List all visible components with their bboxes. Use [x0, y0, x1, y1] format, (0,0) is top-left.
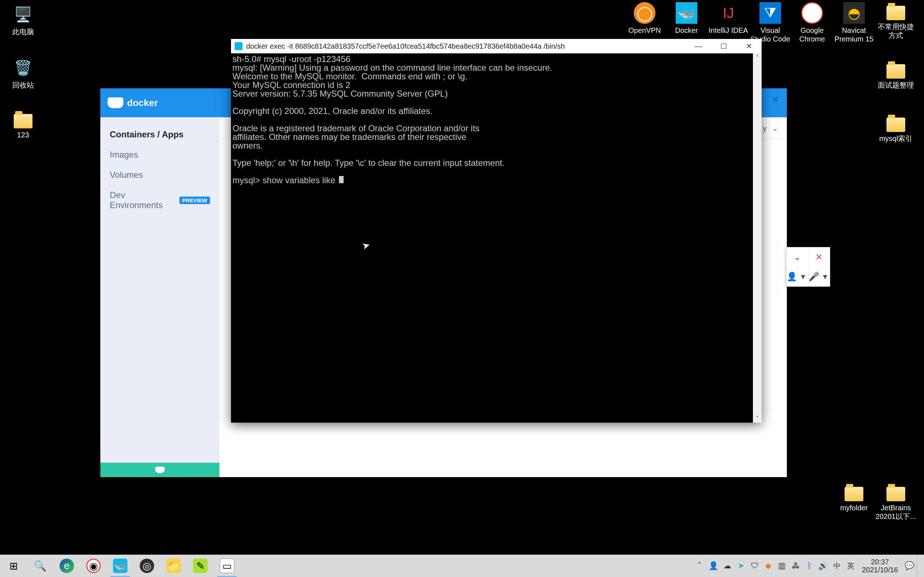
taskbar-obs[interactable]: ◎ — [134, 554, 160, 577]
scroll-up-icon[interactable]: ˄ — [753, 53, 762, 62]
terminal-cursor — [339, 176, 344, 183]
desktop-icon-navicat[interactable]: ◓ Navicat Premium 15 — [833, 2, 875, 43]
obs-icon: ◎ — [140, 559, 154, 573]
docker-sidebar: Containers / Apps Images Volumes Dev Env… — [100, 117, 220, 463]
tray-overflow-icon[interactable]: ˄ — [694, 560, 706, 572]
tray-app-icon[interactable]: ◆ — [762, 560, 775, 572]
taskbar-notepadpp[interactable]: ✎ — [187, 554, 214, 577]
sidebar-item-containers[interactable]: Containers / Apps — [100, 124, 220, 145]
navicat-icon: ◓ — [843, 2, 865, 24]
sidebar-item-images[interactable]: Images — [100, 145, 220, 165]
desktop-icon-recycle-bin[interactable]: 🗑️ 回收站 — [5, 57, 41, 89]
desktop-icon-myfolder[interactable]: myfolder — [833, 483, 875, 512]
desktop-icon-chrome[interactable]: ◉ Google Chrome — [791, 2, 833, 43]
desktop-icon-vscode[interactable]: ⧩ Visual Studio Code — [749, 2, 791, 43]
bin-icon: 🗑️ — [12, 57, 34, 79]
terminal-titlebar[interactable]: docker exec -it 8689c8142a818357ccf5e7ee… — [231, 39, 762, 53]
taskbar-left: ⊞ 🔍 e ◉ 🐳 ◎ 📁 ✎ ▭ — [0, 554, 241, 577]
docker-logo: docker — [108, 97, 158, 108]
chevron-down-icon[interactable]: ⌄ — [772, 124, 778, 133]
ime-dropdown-icon[interactable]: ▾ — [798, 267, 809, 286]
terminal-scrollbar[interactable]: ˄ ˅ — [753, 53, 762, 423]
openvpn-icon: ◯ — [634, 2, 656, 24]
icon-label: myfolder — [833, 503, 875, 512]
sidebar-item-volumes[interactable]: Volumes — [100, 165, 220, 185]
chrome-icon: ◉ — [801, 2, 823, 24]
desktop-icon-jetbrains-folder[interactable]: JetBrains 20201以下... — [875, 483, 917, 521]
tray-bluetooth-icon[interactable]: ᛒ — [803, 560, 816, 572]
sidebar-item-label: Dev Environments — [110, 190, 176, 210]
tray-location-icon[interactable]: ➤ — [735, 560, 747, 572]
intellij-icon: IJ — [717, 2, 739, 24]
ime-floating-panel[interactable]: ⌄ ✕ 👤 ▾ 🎤 ▾ — [786, 247, 830, 287]
desktop-icon-interview-folder[interactable]: 面试题整理 — [875, 61, 917, 89]
desktop-icon-mysql-index-folder[interactable]: mysql索引 — [875, 114, 917, 143]
taskbar-chrome[interactable]: ◉ — [80, 554, 107, 577]
taskbar-edge[interactable]: e — [53, 554, 80, 577]
sidebar-item-dev-env[interactable]: Dev Environments PREVIEW — [100, 185, 220, 215]
sort-indicator[interactable]: y — [762, 124, 767, 133]
docker-icon: 🐳 — [113, 559, 128, 573]
sidebar-item-label: Volumes — [110, 170, 143, 180]
docker-close-button[interactable]: ✕ — [770, 95, 780, 105]
icon-label: 面试题整理 — [875, 81, 917, 89]
minimize-button[interactable]: — — [686, 39, 711, 53]
search-icon: 🔍 — [33, 559, 47, 573]
action-center-icon[interactable]: 💬 — [903, 560, 915, 572]
show-desktop-button[interactable] — [917, 554, 921, 577]
taskbar-explorer[interactable]: 📁 — [160, 554, 187, 577]
start-button[interactable]: ⊞ — [0, 554, 27, 577]
ime-mic-icon[interactable]: 🎤 — [809, 267, 820, 286]
tray-battery-icon[interactable]: ▥ — [776, 560, 788, 572]
terminal-output[interactable]: sh-5.0# mysql -uroot -p123456 mysql: [Wa… — [231, 53, 753, 423]
icon-label: OpenVPN — [624, 26, 666, 35]
terminal-app-icon — [234, 42, 242, 50]
tray-volume-icon[interactable]: 🔊 — [817, 560, 829, 572]
close-button[interactable]: ✕ — [736, 39, 762, 53]
tray-network-icon[interactable]: 🖧 — [790, 560, 802, 572]
tray-people-icon[interactable]: 👤 — [708, 560, 720, 572]
folder-icon — [887, 64, 905, 79]
folder-icon — [845, 487, 863, 501]
ime-collapse-icon[interactable]: ⌄ — [787, 247, 809, 267]
taskbar-docker[interactable]: 🐳 — [107, 554, 134, 577]
taskbar-clock[interactable]: 20:37 2021/10/16 — [858, 558, 901, 574]
maximize-button[interactable]: ☐ — [711, 39, 736, 53]
ime-dropdown2-icon[interactable]: ▾ — [820, 267, 830, 286]
terminal-body[interactable]: sh-5.0# mysql -uroot -p123456 mysql: [Wa… — [231, 53, 762, 423]
ime-user-icon[interactable]: 👤 — [787, 267, 798, 286]
desktop-icon-openvpn[interactable]: ◯ OpenVPN — [624, 2, 666, 35]
desktop-icon-docker[interactable]: 🐳 Docker — [666, 2, 708, 35]
desktop-icon-this-pc[interactable]: 🖥️ 此电脑 — [5, 3, 41, 36]
folder-icon — [887, 487, 905, 501]
icon-label: JetBrains 20201以下... — [875, 503, 917, 521]
whale-icon — [155, 467, 165, 473]
scroll-down-icon[interactable]: ˅ — [753, 414, 762, 423]
folder-icon — [887, 118, 905, 132]
icon-label: Google Chrome — [791, 26, 833, 43]
icon-label: IntelliJ IDEA — [708, 26, 749, 35]
docker-logo-text: docker — [127, 97, 158, 108]
clock-time: 20:37 — [862, 558, 898, 566]
desktop-icon-folder-123[interactable]: 123 — [5, 110, 41, 139]
tray-onedrive-icon[interactable]: ☁ — [721, 560, 733, 572]
sidebar-item-label: Containers / Apps — [110, 129, 183, 140]
taskbar-terminal[interactable]: ▭ — [214, 554, 241, 577]
icon-label: Navicat Premium 15 — [833, 26, 875, 43]
terminal-icon: ▭ — [220, 559, 234, 573]
icon-label: 此电脑 — [5, 27, 41, 36]
preview-badge: PREVIEW — [179, 197, 210, 204]
windows-icon: ⊞ — [6, 559, 21, 573]
tray-ime-lang[interactable]: 中 — [831, 560, 843, 572]
terminal-window: docker exec -it 8689c8142a818357ccf5e7ee… — [231, 39, 762, 423]
icon-label: mysql索引 — [875, 134, 917, 143]
whale-icon — [108, 97, 123, 108]
chrome-icon: ◉ — [86, 559, 101, 573]
desktop-icon-intellij[interactable]: IJ IntelliJ IDEA — [708, 2, 749, 35]
tray-ime-mode[interactable]: 英 — [845, 560, 857, 572]
folder-icon — [14, 114, 32, 128]
desktop-icon-shortcuts-folder[interactable]: 不常用快捷方式 — [875, 2, 917, 40]
search-button[interactable]: 🔍 — [27, 554, 53, 577]
tray-security-icon[interactable]: 🛡 — [749, 560, 761, 572]
ime-close-icon[interactable]: ✕ — [809, 247, 830, 267]
